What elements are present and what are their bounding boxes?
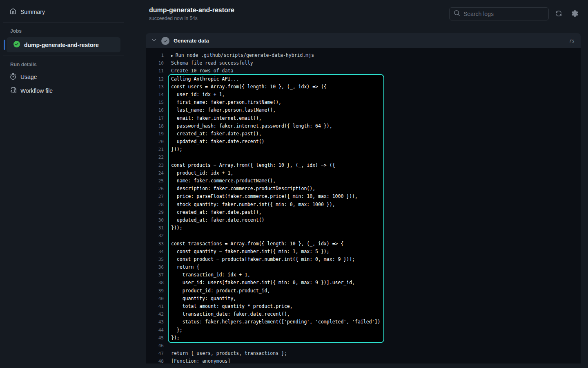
log-group-play-icon[interactable]: ▶ [171,54,176,58]
log-line-number[interactable]: 15 [146,99,164,106]
log-line-text: description: faker.commerce.productDescr… [171,185,315,193]
log-line-number[interactable]: 24 [146,169,164,177]
log-line-text: first_name: faker.person.firstName(), [171,99,281,106]
log-line-number[interactable]: 44 [146,326,164,334]
log-lines: 1 ▶ Run node .github/scripts/generate-da… [146,52,581,364]
log-line-number[interactable]: 46 [146,342,164,350]
job-success-check-icon [13,41,20,49]
log-line-number[interactable]: 34 [146,248,164,256]
log-line: 44 }; [146,326,581,334]
log-line-number[interactable]: 25 [146,177,164,185]
log-line: 19 created_at: faker.date.past(), [146,130,581,138]
log-line-number[interactable]: 48 [146,357,164,364]
log-line: 15 first_name: faker.person.firstName(), [146,99,581,106]
log-line-text: total_amount: quantity * product.price, [171,303,293,310]
sidebar: Summary Jobs dump-generate-and-restore R… [0,0,139,368]
log-line: 10 Schema file read successfully [146,59,581,67]
log-line-text: const product = products[faker.number.in… [171,256,355,263]
log-line-number[interactable]: 14 [146,91,164,99]
sidebar-summary-label: Summary [20,9,45,15]
log-line-text: }); [171,334,180,342]
selected-job-accent-bar [4,40,5,50]
log-line-text: return { [171,263,199,271]
sidebar-item-usage[interactable]: Usage [0,70,139,84]
log-line: 42 transaction_date: faker.date.recent()… [146,310,581,318]
log-line-number[interactable]: 37 [146,271,164,279]
log-line: 33 const transactions = Array.from({ len… [146,240,581,248]
log-line-number[interactable]: 30 [146,216,164,224]
log-line: 29 created_at: faker.date.past(), [146,209,581,216]
log-line-number[interactable]: 28 [146,201,164,209]
log-line-number[interactable]: 16 [146,106,164,114]
log-line-text: const transactions = Array.from({ length… [171,240,343,248]
log-line: 26 description: faker.commerce.productDe… [146,185,581,193]
log-line-number[interactable]: 45 [146,334,164,342]
settings-button[interactable] [568,7,581,20]
log-line: 41 total_amount: quantity * product.pric… [146,303,581,310]
log-line-number[interactable]: 33 [146,240,164,248]
log-line-number[interactable]: 35 [146,256,164,263]
log-line-number[interactable]: 31 [146,224,164,232]
log-line-number[interactable]: 11 [146,67,164,75]
sidebar-workflow-file-label: Workflow file [20,88,53,94]
log-line-number[interactable]: 12 [146,75,164,83]
sidebar-item-summary[interactable]: Summary [0,5,139,19]
log-line-text: transaction_id: idx + 1, [171,271,250,279]
log-line-text: user_id: idx + 1, [171,91,225,99]
log-line: 36 return { [146,263,581,271]
home-icon [10,8,16,16]
search-logs-input[interactable] [463,11,544,17]
log-line-text: return { users, products, transactions }… [171,350,287,357]
log-line-number[interactable]: 43 [146,318,164,326]
log-line-number[interactable]: 18 [146,122,164,130]
sidebar-item-job[interactable]: dump-generate-and-restore [7,37,120,52]
log-line-number[interactable]: 26 [146,185,164,193]
log-body[interactable]: 1 ▶ Run node .github/scripts/generate-da… [146,48,581,364]
log-line-number[interactable]: 40 [146,295,164,303]
log-line-number[interactable]: 36 [146,263,164,271]
file-code-icon [10,87,16,95]
log-line: 18 password_hash: faker.internet.passwor… [146,122,581,130]
log-line: 17 email: faker.internet.email(), [146,114,581,122]
step-header-generate-data[interactable]: Generate data 7s [146,33,581,48]
refresh-button[interactable] [552,7,565,20]
log-line-number[interactable]: 47 [146,350,164,357]
sidebar-item-workflow-file[interactable]: Workflow file [0,84,139,98]
search-icon [454,10,460,18]
log-line-number[interactable]: 42 [146,310,164,318]
log-line-text: stock_quantity: faker.number.int({ min: … [171,201,335,209]
search-logs-box [449,7,549,20]
log-line-number[interactable]: 22 [146,153,164,161]
log-line-number[interactable]: 20 [146,138,164,146]
stopwatch-icon [10,73,16,81]
log-line-number[interactable]: 21 [146,146,164,153]
log-line-number[interactable]: 38 [146,279,164,287]
log-line: 21 })); [146,146,581,153]
log-line-number[interactable]: 1 [146,52,164,59]
log-line-text: status: faker.helpers.arrayElement(['pen… [171,318,380,326]
step-duration: 7s [569,38,574,44]
log-line-text: product_id: idx + 1, [171,169,233,177]
log-line: 1 ▶ Run node .github/scripts/generate-da… [146,52,581,59]
log-line-number[interactable]: 17 [146,114,164,122]
log-line-text: created_at: faker.date.past(), [171,209,262,216]
log-line-text: })); [171,146,183,153]
log-line: 25 name: faker.commerce.productName(), [146,177,581,185]
log-line-number[interactable]: 27 [146,193,164,200]
log-line: 45 }); [146,334,581,342]
log-line-text: email: faker.internet.email(), [171,114,262,122]
log-line: 11 Create 10 rows of data [146,67,581,75]
log-line-text: updated_at: faker.date.recent() [171,216,264,224]
log-line: 20 updated_at: faker.date.recent() [146,138,581,146]
log-line-number[interactable]: 13 [146,83,164,91]
log-line-number[interactable]: 23 [146,162,164,169]
log-line-number[interactable]: 10 [146,59,164,67]
log-line-number[interactable]: 41 [146,303,164,310]
chevron-down-icon [151,37,157,45]
log-line: 31 })); [146,224,581,232]
log-line: 14 user_id: idx + 1, [146,91,581,99]
log-line-number[interactable]: 32 [146,232,164,240]
log-line-number[interactable]: 19 [146,130,164,138]
log-line-number[interactable]: 39 [146,287,164,295]
log-line-number[interactable]: 29 [146,209,164,216]
